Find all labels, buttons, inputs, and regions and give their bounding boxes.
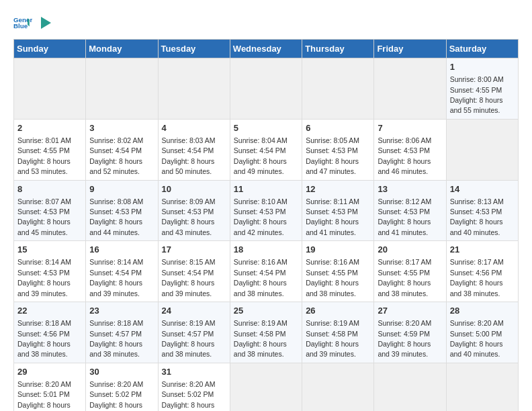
day-number: 11 [234, 183, 298, 195]
day-info: Sunrise: 8:20 AMSunset: 5:01 PMDaylight:… [17, 380, 71, 411]
empty-cell [446, 119, 518, 180]
day-cell-7: 7Sunrise: 8:06 AMSunset: 4:53 PMDaylight… [374, 119, 446, 180]
day-cell-25: 25Sunrise: 8:19 AMSunset: 4:58 PMDayligh… [230, 302, 302, 363]
day-info: Sunrise: 8:06 AMSunset: 4:53 PMDaylight:… [378, 136, 431, 175]
col-header-monday: Monday [86, 40, 158, 58]
empty-cell [158, 58, 230, 120]
day-number: 3 [89, 122, 154, 134]
day-number: 26 [306, 305, 370, 317]
day-cell-19: 19Sunrise: 8:16 AMSunset: 4:55 PMDayligh… [302, 241, 374, 302]
empty-cell [86, 58, 158, 120]
day-cell-18: 18Sunrise: 8:16 AMSunset: 4:54 PMDayligh… [230, 241, 302, 302]
day-info: Sunrise: 8:17 AMSunset: 4:55 PMDaylight:… [378, 258, 431, 297]
day-info: Sunrise: 8:14 AMSunset: 4:54 PMDaylight:… [89, 258, 143, 297]
day-info: Sunrise: 8:17 AMSunset: 4:56 PMDaylight:… [450, 258, 504, 297]
col-header-tuesday: Tuesday [158, 40, 230, 58]
day-cell-30: 30Sunrise: 8:20 AMSunset: 5:02 PMDayligh… [86, 363, 158, 411]
day-info: Sunrise: 8:15 AMSunset: 4:54 PMDaylight:… [162, 258, 216, 297]
day-number: 15 [17, 244, 82, 256]
col-header-saturday: Saturday [446, 40, 518, 58]
day-cell-22: 22Sunrise: 8:18 AMSunset: 4:56 PMDayligh… [14, 302, 86, 363]
day-number: 23 [89, 305, 154, 317]
day-number: 25 [234, 305, 298, 317]
week-row-4: 15Sunrise: 8:14 AMSunset: 4:53 PMDayligh… [14, 241, 519, 302]
day-number: 29 [17, 366, 82, 378]
day-cell-23: 23Sunrise: 8:18 AMSunset: 4:57 PMDayligh… [86, 302, 158, 363]
empty-cell [230, 58, 302, 120]
day-cell-2: 2Sunrise: 8:01 AMSunset: 4:55 PMDaylight… [14, 119, 86, 180]
day-number: 30 [89, 366, 154, 378]
svg-text:Blue: Blue [13, 22, 28, 30]
day-info: Sunrise: 8:03 AMSunset: 4:54 PMDaylight:… [162, 136, 216, 175]
day-cell-1: 1Sunrise: 8:00 AMSunset: 4:55 PMDaylight… [446, 58, 518, 120]
day-number: 19 [306, 244, 370, 256]
day-cell-4: 4Sunrise: 8:03 AMSunset: 4:54 PMDaylight… [158, 119, 230, 180]
empty-cell [302, 58, 374, 120]
day-number: 21 [450, 244, 515, 256]
day-number: 2 [17, 122, 82, 134]
empty-cell [446, 363, 518, 411]
day-number: 13 [378, 183, 442, 195]
day-info: Sunrise: 8:20 AMSunset: 4:59 PMDaylight:… [378, 319, 431, 358]
day-info: Sunrise: 8:18 AMSunset: 4:56 PMDaylight:… [17, 319, 71, 358]
day-info: Sunrise: 8:10 AMSunset: 4:53 PMDaylight:… [234, 197, 287, 236]
day-number: 16 [89, 244, 154, 256]
day-number: 22 [17, 305, 82, 317]
day-number: 10 [162, 183, 226, 195]
svg-marker-3 [41, 17, 51, 29]
logo-icon: General Blue [13, 13, 32, 32]
day-info: Sunrise: 8:20 AMSunset: 5:00 PMDaylight:… [450, 319, 504, 358]
day-info: Sunrise: 8:16 AMSunset: 4:55 PMDaylight:… [306, 258, 359, 297]
day-info: Sunrise: 8:19 AMSunset: 4:57 PMDaylight:… [162, 319, 216, 358]
day-info: Sunrise: 8:08 AMSunset: 4:53 PMDaylight:… [89, 197, 143, 236]
day-cell-16: 16Sunrise: 8:14 AMSunset: 4:54 PMDayligh… [86, 241, 158, 302]
day-cell-3: 3Sunrise: 8:02 AMSunset: 4:54 PMDaylight… [86, 119, 158, 180]
header-row: SundayMondayTuesdayWednesdayThursdayFrid… [14, 40, 519, 58]
day-number: 8 [17, 183, 82, 195]
day-info: Sunrise: 8:11 AMSunset: 4:53 PMDaylight:… [306, 197, 359, 236]
day-info: Sunrise: 8:20 AMSunset: 5:02 PMDaylight:… [162, 380, 216, 411]
day-info: Sunrise: 8:00 AMSunset: 4:55 PMDaylight:… [450, 75, 504, 114]
week-row-2: 2Sunrise: 8:01 AMSunset: 4:55 PMDaylight… [14, 119, 519, 180]
day-number: 18 [234, 244, 298, 256]
day-info: Sunrise: 8:12 AMSunset: 4:53 PMDaylight:… [378, 197, 431, 236]
day-number: 14 [450, 183, 515, 195]
day-info: Sunrise: 8:04 AMSunset: 4:54 PMDaylight:… [234, 136, 287, 175]
week-row-3: 8Sunrise: 8:07 AMSunset: 4:53 PMDaylight… [14, 180, 519, 241]
page-header: General Blue [13, 13, 519, 32]
week-row-1: 1Sunrise: 8:00 AMSunset: 4:55 PMDaylight… [14, 58, 519, 120]
day-cell-6: 6Sunrise: 8:05 AMSunset: 4:53 PMDaylight… [302, 119, 374, 180]
col-header-wednesday: Wednesday [230, 40, 302, 58]
empty-cell [374, 363, 446, 411]
day-cell-9: 9Sunrise: 8:08 AMSunset: 4:53 PMDaylight… [86, 180, 158, 241]
day-info: Sunrise: 8:19 AMSunset: 4:58 PMDaylight:… [306, 319, 359, 358]
day-number: 17 [162, 244, 226, 256]
day-info: Sunrise: 8:02 AMSunset: 4:54 PMDaylight:… [89, 136, 143, 175]
day-cell-29: 29Sunrise: 8:20 AMSunset: 5:01 PMDayligh… [14, 363, 86, 411]
day-number: 9 [89, 183, 154, 195]
day-number: 31 [162, 366, 226, 378]
day-info: Sunrise: 8:01 AMSunset: 4:55 PMDaylight:… [17, 136, 71, 175]
day-info: Sunrise: 8:18 AMSunset: 4:57 PMDaylight:… [89, 319, 143, 358]
day-cell-11: 11Sunrise: 8:10 AMSunset: 4:53 PMDayligh… [230, 180, 302, 241]
col-header-sunday: Sunday [14, 40, 86, 58]
week-row-6: 29Sunrise: 8:20 AMSunset: 5:01 PMDayligh… [14, 363, 519, 411]
day-number: 5 [234, 122, 298, 134]
empty-cell [374, 58, 446, 120]
day-cell-14: 14Sunrise: 8:13 AMSunset: 4:53 PMDayligh… [446, 180, 518, 241]
day-number: 1 [450, 61, 515, 73]
day-cell-27: 27Sunrise: 8:20 AMSunset: 4:59 PMDayligh… [374, 302, 446, 363]
day-cell-8: 8Sunrise: 8:07 AMSunset: 4:53 PMDaylight… [14, 180, 86, 241]
day-number: 12 [306, 183, 370, 195]
day-info: Sunrise: 8:09 AMSunset: 4:53 PMDaylight:… [162, 197, 216, 236]
day-cell-17: 17Sunrise: 8:15 AMSunset: 4:54 PMDayligh… [158, 241, 230, 302]
day-cell-13: 13Sunrise: 8:12 AMSunset: 4:53 PMDayligh… [374, 180, 446, 241]
day-number: 24 [162, 305, 226, 317]
day-info: Sunrise: 8:16 AMSunset: 4:54 PMDaylight:… [234, 258, 287, 297]
day-info: Sunrise: 8:13 AMSunset: 4:53 PMDaylight:… [450, 197, 504, 236]
day-number: 28 [450, 305, 515, 317]
day-cell-12: 12Sunrise: 8:11 AMSunset: 4:53 PMDayligh… [302, 180, 374, 241]
day-number: 20 [378, 244, 442, 256]
day-cell-24: 24Sunrise: 8:19 AMSunset: 4:57 PMDayligh… [158, 302, 230, 363]
week-row-5: 22Sunrise: 8:18 AMSunset: 4:56 PMDayligh… [14, 302, 519, 363]
